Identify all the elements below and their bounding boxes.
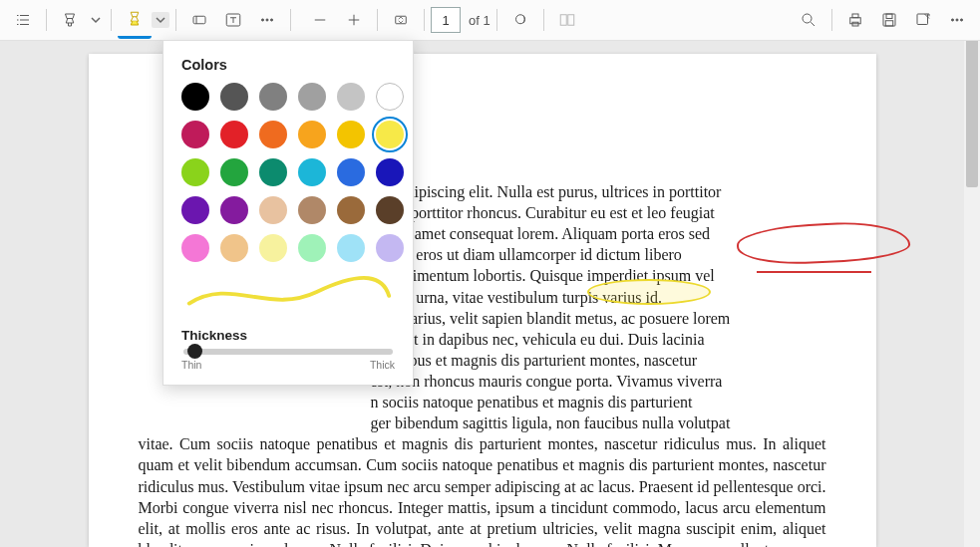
stroke-preview: [183, 274, 393, 314]
color-swatch[interactable]: [337, 158, 365, 186]
color-swatch[interactable]: [376, 158, 404, 186]
page-total-label: of 1: [469, 13, 490, 28]
color-swatch[interactable]: [181, 158, 209, 186]
thick-label: Thick: [370, 359, 395, 371]
svg-rect-0: [193, 16, 205, 24]
save-button[interactable]: [872, 3, 906, 37]
svg-rect-7: [560, 15, 566, 26]
svg-rect-8: [567, 15, 573, 26]
color-swatch[interactable]: [181, 234, 209, 262]
color-swatch[interactable]: [220, 158, 248, 186]
color-swatch[interactable]: [220, 196, 248, 224]
svg-point-3: [266, 19, 268, 21]
svg-point-4: [270, 19, 272, 21]
svg-rect-11: [852, 14, 858, 18]
color-swatch[interactable]: [298, 158, 326, 186]
svg-rect-15: [885, 21, 893, 26]
read-aloud-button[interactable]: [503, 3, 537, 37]
color-swatch[interactable]: [298, 121, 326, 148]
pdf-toolbar: of 1: [0, 0, 980, 41]
svg-point-17: [951, 19, 953, 21]
svg-point-9: [803, 14, 812, 23]
print-button[interactable]: [838, 3, 872, 37]
color-swatch[interactable]: [220, 83, 248, 111]
svg-rect-10: [850, 18, 861, 24]
color-swatch[interactable]: [337, 196, 365, 224]
color-swatch[interactable]: [298, 196, 326, 224]
rotate-button[interactable]: [384, 3, 418, 37]
color-swatch[interactable]: [298, 234, 326, 262]
color-swatch[interactable]: [259, 196, 287, 224]
text-tool[interactable]: [216, 3, 250, 37]
color-swatch[interactable]: [337, 121, 365, 148]
svg-point-19: [960, 19, 962, 21]
color-swatch[interactable]: [220, 121, 248, 148]
highlight-dropdown[interactable]: [87, 14, 105, 26]
color-swatch[interactable]: [220, 234, 248, 262]
color-swatch[interactable]: [181, 196, 209, 224]
color-swatch-grid: [181, 83, 395, 262]
find-button[interactable]: [792, 3, 825, 37]
color-swatch[interactable]: [298, 83, 326, 111]
svg-point-18: [956, 19, 958, 21]
save-as-button[interactable]: [906, 3, 940, 37]
highlighter-options-popover: Colors Thickness Thin Thick: [163, 40, 414, 386]
contents-button[interactable]: [6, 3, 40, 37]
svg-point-2: [261, 19, 263, 21]
color-swatch[interactable]: [337, 83, 365, 111]
color-swatch[interactable]: [259, 83, 287, 111]
color-swatch[interactable]: [181, 83, 209, 111]
page-view-button[interactable]: [550, 3, 584, 37]
document-viewport[interactable]: etur adipiscing elit. Nulla est purus, u…: [0, 40, 964, 547]
thickness-slider[interactable]: [183, 349, 393, 355]
erase-tool[interactable]: [182, 3, 216, 37]
color-swatch[interactable]: [259, 234, 287, 262]
color-swatch[interactable]: [259, 121, 287, 148]
toolbar-overflow[interactable]: [940, 3, 974, 37]
scrollbar-thumb[interactable]: [966, 18, 978, 187]
highlight-tool[interactable]: [53, 3, 87, 37]
draw-dropdown-open[interactable]: [152, 12, 169, 28]
svg-rect-14: [886, 14, 892, 19]
zoom-in-button[interactable]: [337, 3, 371, 37]
zoom-out-button[interactable]: [303, 3, 337, 37]
color-swatch[interactable]: [376, 196, 404, 224]
color-swatch[interactable]: [376, 121, 404, 148]
color-swatch[interactable]: [376, 234, 404, 262]
draw-highlighter-tool[interactable]: [118, 2, 152, 39]
color-swatch[interactable]: [259, 158, 287, 186]
thin-label: Thin: [181, 359, 201, 371]
thickness-heading: Thickness: [181, 328, 395, 343]
vertical-scrollbar[interactable]: [964, 0, 980, 547]
color-swatch[interactable]: [376, 83, 404, 111]
document-body-text-tail: vitae. Cum sociis natoque penatibus et m…: [139, 433, 826, 547]
colors-heading: Colors: [181, 57, 395, 73]
thickness-slider-knob[interactable]: [187, 344, 202, 359]
color-swatch[interactable]: [181, 121, 209, 148]
page-number-input[interactable]: [431, 7, 461, 33]
more-tools[interactable]: [250, 3, 284, 37]
color-swatch[interactable]: [337, 234, 365, 262]
